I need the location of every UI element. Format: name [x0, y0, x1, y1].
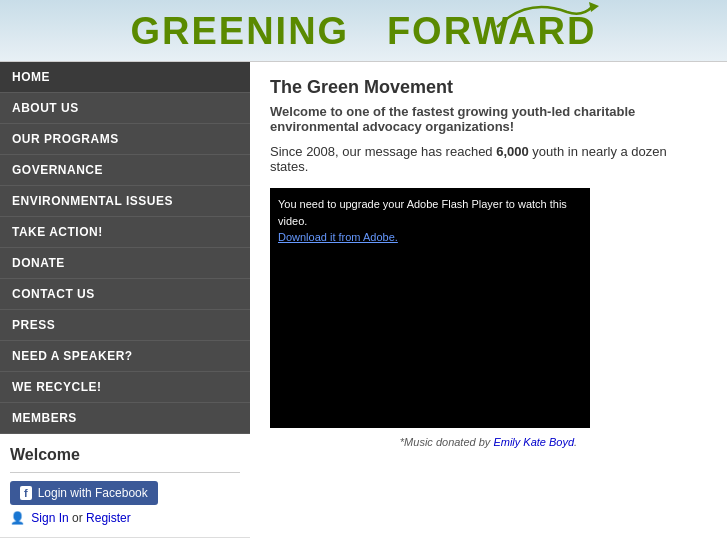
- nav-link-donate[interactable]: DONATE: [0, 248, 250, 278]
- nav-link-members[interactable]: MEMBERS: [0, 403, 250, 433]
- nav-item-members[interactable]: MEMBERS: [0, 403, 250, 434]
- nav-link-speaker[interactable]: NEED A SPEAKER?: [0, 341, 250, 371]
- flash-notice: You need to upgrade your Adobe Flash Pla…: [278, 196, 590, 246]
- site-header: GREENING FORWARD: [0, 0, 727, 62]
- nav-item-contact[interactable]: CONTACT US: [0, 279, 250, 310]
- welcome-divider: [10, 472, 240, 473]
- nav-link-contact[interactable]: CONTACT US: [0, 279, 250, 309]
- or-text: or: [69, 511, 86, 525]
- content-title: The Green Movement: [270, 77, 707, 98]
- main-layout: HOME ABOUT US OUR PROGRAMS GOVERNANCE EN…: [0, 62, 727, 545]
- video-box: You need to upgrade your Adobe Flash Pla…: [270, 188, 590, 428]
- sidebar: HOME ABOUT US OUR PROGRAMS GOVERNANCE EN…: [0, 62, 250, 545]
- nav-item-donate[interactable]: DONATE: [0, 248, 250, 279]
- nav-link-press[interactable]: PRESS: [0, 310, 250, 340]
- flash-notice-text: You need to upgrade your Adobe Flash Pla…: [278, 198, 567, 227]
- welcome-section: Welcome f Login with Facebook 👤 Sign In …: [0, 434, 250, 538]
- nav-item-about[interactable]: ABOUT US: [0, 93, 250, 124]
- fb-login-button[interactable]: f Login with Facebook: [10, 481, 158, 505]
- flash-download-link[interactable]: Download it from Adobe.: [278, 231, 398, 243]
- nav-item-recycle[interactable]: WE RECYCLE!: [0, 372, 250, 403]
- welcome-title: Welcome: [10, 446, 240, 464]
- nav-item-home[interactable]: HOME: [0, 62, 250, 93]
- music-credit-text: *Music donated by: [400, 436, 494, 448]
- nav-link-take-action[interactable]: TAKE ACTION!: [0, 217, 250, 247]
- nav-item-take-action[interactable]: TAKE ACTION!: [0, 217, 250, 248]
- fb-login-label: Login with Facebook: [38, 486, 148, 500]
- content-description: Since 2008, our message has reached 6,00…: [270, 144, 707, 174]
- user-icon: 👤: [10, 511, 25, 525]
- nav-link-recycle[interactable]: WE RECYCLE!: [0, 372, 250, 402]
- logo-space: [362, 10, 375, 52]
- content-subtitle: Welcome to one of the fastest growing yo…: [270, 104, 707, 134]
- music-credit-link[interactable]: Emily Kate Boyd: [493, 436, 574, 448]
- nav-link-governance[interactable]: GOVERNANCE: [0, 155, 250, 185]
- main-content: The Green Movement Welcome to one of the…: [250, 62, 727, 545]
- nav-link-env-issues[interactable]: ENVIRONMENTAL ISSUES: [0, 186, 250, 216]
- desc-highlight: 6,000: [496, 144, 529, 159]
- desc-part1: Since 2008, our message has reached: [270, 144, 496, 159]
- signin-link[interactable]: Sign In: [31, 511, 68, 525]
- logo-part1: GREENING: [130, 10, 349, 52]
- music-credit-end: .: [574, 436, 577, 448]
- nav-item-speaker[interactable]: NEED A SPEAKER?: [0, 341, 250, 372]
- register-link[interactable]: Register: [86, 511, 131, 525]
- svg-marker-0: [589, 2, 599, 12]
- site-logo: GREENING FORWARD: [130, 10, 596, 53]
- logo-arrow-svg: [487, 0, 607, 32]
- nav-item-env-issues[interactable]: ENVIRONMENTAL ISSUES: [0, 186, 250, 217]
- music-credit: *Music donated by Emily Kate Boyd.: [270, 436, 707, 448]
- signin-links: 👤 Sign In or Register: [10, 511, 240, 525]
- fb-login-wrapper: f Login with Facebook: [10, 481, 240, 511]
- logo-part2: FORWARD: [387, 10, 597, 53]
- nav-menu: HOME ABOUT US OUR PROGRAMS GOVERNANCE EN…: [0, 62, 250, 434]
- nav-item-programs[interactable]: OUR PROGRAMS: [0, 124, 250, 155]
- green-tips-section: Green Tips 📄 Fostering A Civically Engag…: [0, 538, 250, 545]
- nav-item-press[interactable]: PRESS: [0, 310, 250, 341]
- nav-link-programs[interactable]: OUR PROGRAMS: [0, 124, 250, 154]
- nav-item-governance[interactable]: GOVERNANCE: [0, 155, 250, 186]
- fb-icon: f: [20, 486, 32, 500]
- nav-link-home[interactable]: HOME: [0, 62, 250, 92]
- nav-link-about[interactable]: ABOUT US: [0, 93, 250, 123]
